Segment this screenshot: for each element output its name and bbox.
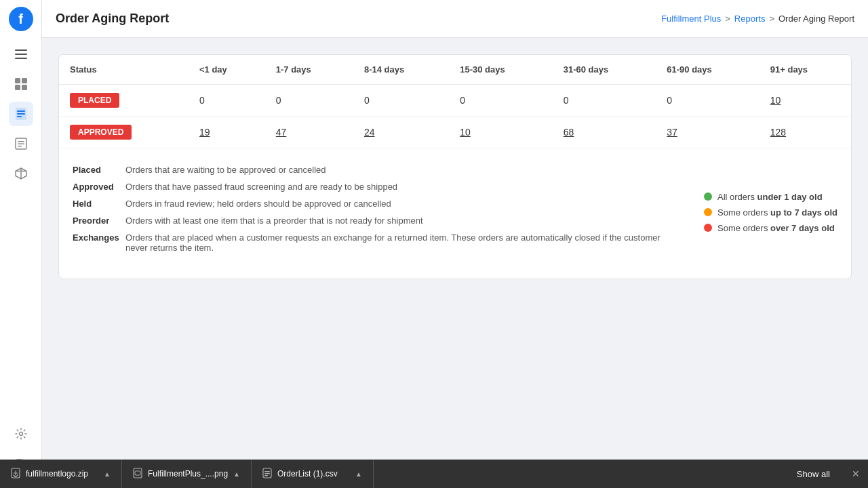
legend-indicators: All orders under 1 day oldSome orders up… <box>704 165 837 260</box>
status-cell: PLACED <box>59 85 189 117</box>
value-cell: 0 <box>353 85 449 117</box>
svg-rect-6 <box>22 85 27 90</box>
breadcrumb-current: Order Aging Report <box>778 14 854 24</box>
col-status: Status <box>59 55 189 85</box>
svg-rect-12 <box>18 141 24 142</box>
download-item-chevron-icon[interactable]: ▲ <box>233 470 240 478</box>
table-row: PLACED00000010 <box>59 85 851 117</box>
value-cell[interactable]: 24 <box>353 117 449 148</box>
col-1day: <1 day <box>189 55 265 85</box>
app-logo: f <box>9 7 33 31</box>
indicator-label: All orders under 1 day old <box>717 192 823 202</box>
value-cell: 0 <box>449 85 553 117</box>
topbar: Order Aging Report Fulfillment Plus > Re… <box>42 0 868 38</box>
download-item[interactable]: fulfillmentlogo.zip▲ <box>0 460 122 488</box>
show-all-button[interactable]: Show all <box>783 469 844 479</box>
legend-desc: Orders that have passed fraud screening … <box>125 182 397 192</box>
svg-rect-14 <box>18 146 22 147</box>
svg-rect-9 <box>17 113 25 115</box>
svg-rect-0 <box>15 49 27 51</box>
value-cell[interactable]: 19 <box>189 117 265 148</box>
legend-desc: Orders that are placed when a customer r… <box>125 232 663 253</box>
legend-row: HeldOrders in fraud review; held orders … <box>73 199 663 209</box>
value-cell[interactable]: 10 <box>449 117 553 148</box>
value-cell[interactable]: 68 <box>553 117 656 148</box>
download-file-name: OrderList (1).csv <box>277 469 350 479</box>
sidebar-item-dashboard[interactable] <box>9 72 33 96</box>
legend-term: Preorder <box>73 216 120 226</box>
value-cell[interactable]: 37 <box>656 117 760 148</box>
svg-rect-2 <box>15 58 27 59</box>
report-card: Status <1 day 1-7 days 8-14 days 15-30 d… <box>58 54 852 279</box>
col-31-60days: 31-60 days <box>553 55 656 85</box>
download-item[interactable]: OrderList (1).csv▲ <box>252 460 374 488</box>
legend-term: Approved <box>73 182 120 192</box>
legend-terms: PlacedOrders that are waiting to be appr… <box>73 165 663 260</box>
download-file-icon <box>11 468 20 481</box>
legend-row: PreorderOrders with at least one item th… <box>73 216 663 226</box>
sidebar-item-reports[interactable] <box>9 102 33 126</box>
col-8-14days: 8-14 days <box>353 55 449 85</box>
svg-rect-1 <box>15 54 27 55</box>
download-item[interactable]: FulfillmentPlus_....png▲ <box>122 460 252 488</box>
table-header-row: Status <1 day 1-7 days 8-14 days 15-30 d… <box>59 55 851 85</box>
main-content: Status <1 day 1-7 days 8-14 days 15-30 d… <box>42 38 868 488</box>
svg-rect-3 <box>15 78 20 83</box>
legend-term: Exchanges <box>73 232 120 243</box>
download-file-icon <box>133 468 142 481</box>
indicator-row: Some orders up to 7 days old <box>704 207 837 218</box>
status-badge: APPROVED <box>70 125 132 140</box>
sidebar-item-orders[interactable] <box>9 131 33 156</box>
download-item-chevron-icon[interactable]: ▲ <box>104 470 111 478</box>
legend-row: ApprovedOrders that have passed fraud sc… <box>73 182 663 192</box>
download-file-icon <box>262 468 272 481</box>
sidebar-item-products[interactable] <box>9 161 33 186</box>
svg-rect-8 <box>17 110 25 112</box>
svg-rect-21 <box>135 471 140 475</box>
svg-rect-5 <box>15 85 20 90</box>
breadcrumb-sep1: > <box>725 14 730 24</box>
indicator-row: Some orders over 7 days old <box>704 223 837 233</box>
value-cell: 0 <box>656 85 760 117</box>
sidebar: f <box>0 0 42 488</box>
download-file-name: FulfillmentPlus_....png <box>148 469 228 479</box>
svg-rect-4 <box>22 78 27 83</box>
sidebar-item-menu[interactable] <box>9 42 33 66</box>
legend-row: PlacedOrders that are waiting to be appr… <box>73 165 663 175</box>
svg-point-18 <box>19 432 22 436</box>
svg-rect-10 <box>17 116 22 117</box>
download-bar: fulfillmentlogo.zip▲FulfillmentPlus_....… <box>0 460 868 488</box>
indicator-label: Some orders over 7 days old <box>717 223 835 233</box>
value-cell[interactable]: 128 <box>760 117 851 148</box>
col-91plus: 91+ days <box>760 55 851 85</box>
legend-desc: Orders in fraud review; held orders shou… <box>125 199 391 209</box>
svg-rect-24 <box>264 473 270 474</box>
close-download-bar-button[interactable]: ✕ <box>844 468 868 479</box>
svg-rect-25 <box>264 475 268 476</box>
col-1-7days: 1-7 days <box>265 55 353 85</box>
breadcrumb-reports[interactable]: Reports <box>734 14 766 24</box>
legend-term: Placed <box>73 165 120 175</box>
value-cell: 0 <box>553 85 656 117</box>
legend-row: ExchangesOrders that are placed when a c… <box>73 232 663 253</box>
col-15-30days: 15-30 days <box>449 55 553 85</box>
legend-section: PlacedOrders that are waiting to be appr… <box>59 148 851 279</box>
value-cell[interactable]: 10 <box>760 85 851 117</box>
red-dot-icon <box>704 224 712 232</box>
sidebar-item-settings[interactable] <box>9 422 33 446</box>
download-item-chevron-icon[interactable]: ▲ <box>355 470 362 478</box>
status-cell: APPROVED <box>59 117 189 148</box>
table-row: APPROVED194724106837128 <box>59 117 851 148</box>
value-cell[interactable]: 47 <box>265 117 353 148</box>
col-61-90days: 61-90 days <box>656 55 760 85</box>
breadcrumb-root[interactable]: Fulfillment Plus <box>661 14 721 24</box>
legend-term: Held <box>73 199 120 209</box>
breadcrumb-sep2: > <box>769 14 774 24</box>
aging-table: Status <1 day 1-7 days 8-14 days 15-30 d… <box>59 55 851 148</box>
value-cell: 0 <box>189 85 265 117</box>
legend-desc: Orders that are waiting to be approved o… <box>125 165 326 175</box>
status-badge: PLACED <box>70 93 119 108</box>
indicator-row: All orders under 1 day old <box>704 192 837 202</box>
orange-dot-icon <box>704 208 712 216</box>
page-title: Order Aging Report <box>56 12 661 26</box>
